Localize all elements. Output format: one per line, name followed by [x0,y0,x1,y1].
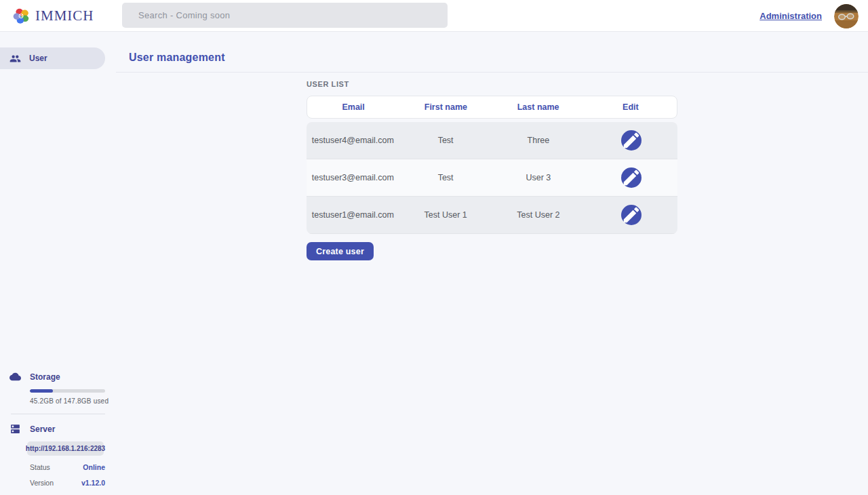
sidebar-item-user[interactable]: User [0,47,105,69]
pencil-icon [621,205,642,225]
user-last-name: Three [492,136,585,145]
user-list-section-title: USER LIST [307,80,677,88]
immich-admin-screen: IMMICH Administration [0,0,868,495]
server-version-value: v1.12.0 [81,479,105,487]
brand[interactable]: IMMICH [0,7,110,25]
edit-user-button[interactable] [621,167,642,188]
server-status-row: Status Online [30,456,105,471]
user-last-name: User 3 [492,173,585,182]
server-url-badge: http://192.168.1.216:2283 [27,441,104,456]
column-header-last-name: Last name [492,102,585,112]
user-email: testuser3@email.com [307,173,399,182]
sidebar-bottom: Storage 45.2GB of 147.8GB used Server [0,371,116,487]
users-group-icon [9,53,21,64]
column-header-email: Email [307,102,399,112]
search-input[interactable] [122,3,448,28]
sidebar-item-user-label: User [29,54,47,63]
table-row: testuser1@email.com Test User 1 Test Use… [307,197,677,234]
storage-progress-fill [30,389,53,393]
search-bar [122,3,448,28]
edit-user-button[interactable] [621,130,642,151]
table-row: testuser4@email.com Test Three [307,122,677,159]
user-avatar[interactable] [834,4,859,28]
edit-user-button[interactable] [621,205,642,225]
create-user-button[interactable]: Create user [307,242,374,260]
storage-title: Storage [30,372,60,382]
brand-name: IMMICH [35,7,94,24]
pencil-icon [621,167,642,188]
storage-usage-text: 45.2GB of 147.8GB used [30,397,116,405]
user-first-name: Test [399,173,492,182]
server-version-row: Version v1.12.0 [30,471,105,487]
storage-block: Storage 45.2GB of 147.8GB used [0,371,116,405]
top-bar: IMMICH Administration [0,0,868,32]
user-email: testuser1@email.com [307,210,399,220]
server-icon [9,423,21,435]
server-status-value: Online [83,463,105,471]
main-content: User management USER LIST Email First na… [116,32,868,495]
server-block: Server http://192.168.1.216:2283 Status … [0,423,116,487]
user-list-panel: USER LIST Email First name Last name Edi… [307,72,677,260]
table-row: testuser3@email.com Test User 3 [307,159,677,197]
user-first-name: Test [399,136,492,145]
server-status-label: Status [30,463,50,471]
server-title: Server [30,424,55,434]
user-email: testuser4@email.com [307,136,399,145]
column-header-first-name: First name [399,102,492,112]
column-header-edit: Edit [585,102,677,112]
sidebar-divider [11,414,105,414]
cloud-icon [9,371,21,382]
user-table-header: Email First name Last name Edit [307,96,677,119]
administration-link[interactable]: Administration [760,11,822,21]
immich-flower-logo-icon [12,7,31,25]
page-title: User management [129,52,225,64]
sidebar: User Storage 45.2GB of 147.8GB used [0,32,116,495]
topbar-right: Administration [760,0,859,32]
user-last-name: Test User 2 [492,210,585,220]
server-version-label: Version [30,479,54,487]
pencil-icon [621,130,642,151]
storage-progress-bar [30,389,105,393]
user-table-body: testuser4@email.com Test Three [307,122,677,234]
user-first-name: Test User 1 [399,210,492,220]
